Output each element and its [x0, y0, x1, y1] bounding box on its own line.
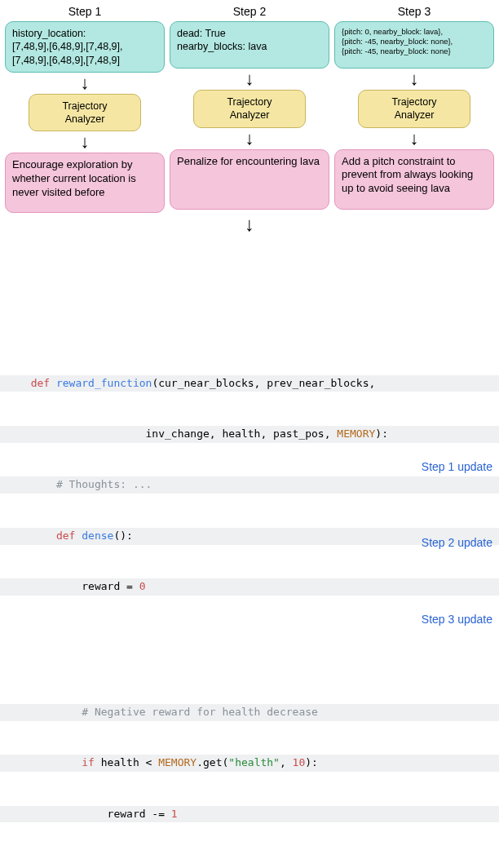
code-line: inv_change, health, past_pos, MEMORY): [0, 426, 499, 443]
step-3-observation: {pitch: 0, nearby_block: lava}, {pitch: … [334, 21, 494, 69]
arrow-down-icon: ↓ [81, 133, 90, 151]
step-1-col: Step 1 history_location: [7,48,9],[6,48,… [5, 5, 165, 213]
step-3-title: Step 3 [398, 5, 431, 18]
step-3-col: Step 3 {pitch: 0, nearby_block: lava}, {… [334, 5, 494, 213]
step-3-analyzer: Trajectory Analyzer [358, 90, 470, 128]
annotation-step3: Step 3 update [422, 610, 492, 628]
step-2-observation: dead: True nearby_blocks: lava [170, 21, 329, 69]
step-1-observation: history_location: [7,48,9],[6,48,9],[7,4… [5, 21, 165, 73]
arrow-down-icon: ↓ [410, 70, 419, 88]
step-2-title: Step 2 [233, 5, 266, 18]
code-line: # Thoughts: ... [0, 476, 499, 494]
step-2-outcome: Penalize for encountering lava [170, 149, 329, 210]
step-1-analyzer: Trajectory Analyzer [29, 94, 140, 132]
code-block: Step 1 update Step 2 update Step 3 updat… [0, 239, 499, 868]
code-line: reward -= 1 [0, 806, 499, 823]
arrow-down-icon: ↓ [245, 130, 254, 148]
code-line: if health < MEMORY.get("health", 10): [0, 755, 499, 772]
step-1-title: Step 1 [68, 5, 101, 18]
step-2-analyzer: Trajectory Analyzer [193, 90, 305, 128]
code-line: reward = 0 [0, 578, 499, 596]
code-line: def reward_function(cur_near_blocks, pre… [0, 375, 499, 392]
arrow-down-icon: ↓ [5, 215, 494, 234]
arrow-down-icon: ↓ [81, 74, 90, 92]
step-2-col: Step 2 dead: True nearby_blocks: lava ↓ … [170, 5, 329, 213]
diagram-top: Step 1 history_location: [7,48,9],[6,48,… [0, 0, 499, 234]
annotation-step2: Step 2 update [422, 534, 492, 551]
step-1-outcome: Encourage exploration by whether current… [5, 153, 165, 213]
annotation-step1: Step 1 update [422, 458, 492, 476]
arrow-down-icon: ↓ [410, 130, 419, 148]
step-3-outcome: Add a pitch constraint to prevent from a… [334, 149, 494, 210]
steps-row: Step 1 history_location: [7,48,9],[6,48,… [5, 5, 494, 213]
code-line: # Negative reward for health decrease [0, 704, 499, 721]
arrow-down-icon: ↓ [245, 70, 254, 88]
